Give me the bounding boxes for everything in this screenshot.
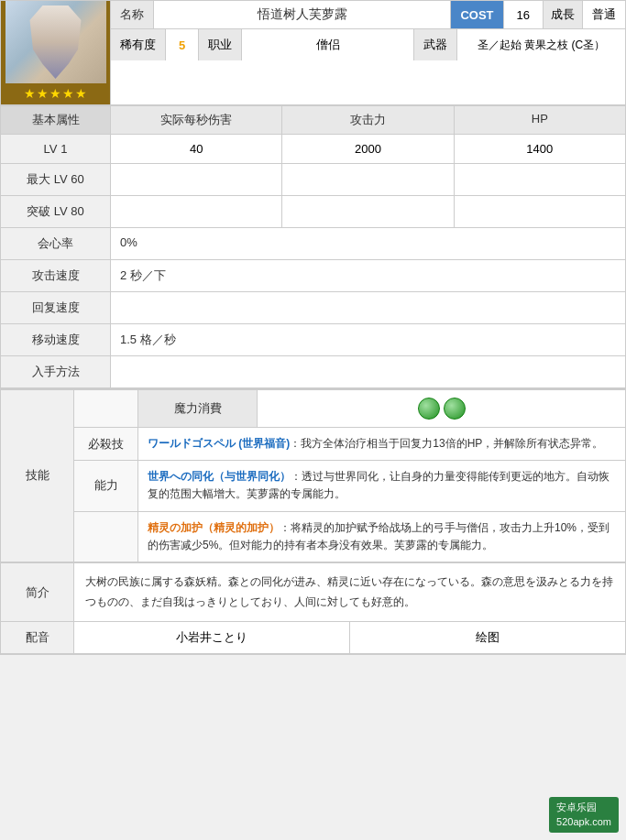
atk-speed-label: 攻击速度 — [1, 260, 111, 291]
skills-section-label: 技能 — [1, 390, 74, 562]
ability-2-name: 精灵の加护（精灵的加护） — [148, 521, 280, 534]
intro-content: 大树の民族に属する森妖精。森との同化が进み、精灵に近い存在になっている。森の意思… — [74, 563, 625, 621]
break-lv-hp — [455, 196, 625, 227]
header-top-row: 名称 悟道树人芙萝露 COST 16 成長 普通 — [111, 1, 625, 29]
crit-row: 会心率 0% — [1, 228, 625, 260]
ability-row-2: 精灵の加护（精灵的加护）：将精灵的加护赋予给战场上的弓手与僧侣，攻击力上升10%… — [74, 512, 625, 562]
skills-inner: 魔力消費 必殺技 ワールドゴスペル (世界福音)：我方全体治疗相当于回复力13倍… — [74, 390, 625, 562]
stats-col-0-header: 基本属性 — [1, 106, 111, 134]
lv1-label: LV 1 — [1, 135, 111, 163]
orb-2 — [444, 398, 466, 420]
ability-label-1: 能力 — [74, 461, 138, 510]
break-lv-atk — [282, 196, 454, 227]
skills-section: 技能 魔力消費 必殺技 ワールドゴスペル (世界福音)：我方全体治疗相当于回复力… — [1, 388, 625, 562]
rec-speed-value — [111, 292, 625, 323]
stats-row-max: 最大 LV 60 — [1, 164, 625, 196]
lv1-atk: 2000 — [282, 135, 454, 163]
atk-speed-value: 2 秒／下 — [111, 260, 625, 291]
ability-content-2: 精灵の加护（精灵的加护）：将精灵的加护赋予给战场上的弓手与僧侣，攻击力上升10%… — [138, 512, 625, 562]
intro-row: 简介 大树の民族に属する森妖精。森との同化が进み、精灵に近い存在になっている。森… — [1, 562, 625, 622]
stats-section: 基本属性 实际每秒伤害 攻击力 HP LV 1 40 2000 1400 最大 … — [1, 105, 625, 228]
orb-1 — [418, 398, 440, 420]
rec-speed-label: 回复速度 — [1, 292, 111, 323]
header-row: ★ ★ ★ ★ ★ 名称 悟道树人芙萝露 COST 16 成長 普通 稀有度 5 — [1, 1, 625, 105]
hissatsu-label: 必殺技 — [74, 428, 138, 460]
stats-row-break: 突破 LV 80 — [1, 196, 625, 228]
hissatsu-desc: ：我方全体治疗相当于回复力13倍的HP，并解除所有状态异常。 — [290, 437, 603, 450]
atk-speed-row: 攻击速度 2 秒／下 — [1, 260, 625, 292]
obtain-label: 入手方法 — [1, 356, 111, 387]
mov-speed-label: 移动速度 — [1, 324, 111, 355]
rarity-value: 5 — [166, 29, 199, 60]
voice-row: 配音 小岩井ことり 绘图 — [1, 622, 625, 654]
cost-label: COST — [451, 1, 503, 28]
ability-label-2 — [74, 512, 138, 562]
weapon-label: 武器 — [414, 29, 457, 60]
max-lv-hp — [455, 164, 625, 195]
star-3: ★ — [49, 86, 61, 101]
mov-speed-value: 1.5 格／秒 — [111, 324, 625, 355]
stats-row-lv1: LV 1 40 2000 1400 — [1, 135, 625, 164]
magic-label-indent — [74, 390, 138, 427]
lv1-dps: 40 — [111, 135, 282, 163]
lv1-hp: 1400 — [455, 135, 625, 163]
max-lv-dps — [111, 164, 282, 195]
magic-header-row: 魔力消費 — [74, 390, 625, 428]
job-value: 僧侣 — [242, 29, 414, 60]
break-lv-dps — [111, 196, 282, 227]
crit-label: 会心率 — [1, 228, 111, 259]
growth-value: 普通 — [583, 1, 625, 28]
ability-content-1: 世界への同化（与世界同化）：透过与世界同化，让自身的力量变得能传到更远的地方。自… — [138, 461, 625, 510]
name-label: 名称 — [111, 1, 154, 28]
magic-cost-value — [258, 390, 625, 427]
skills-outer-row: 技能 魔力消費 必殺技 ワールドゴスペル (世界福音)：我方全体治疗相当于回复力… — [1, 390, 625, 562]
weapon-value: 圣／起始 黄果之枝 (C圣） — [457, 29, 625, 60]
artist-label: 绘图 — [350, 622, 625, 653]
cost-value: 16 — [504, 1, 544, 28]
ability-1-name: 世界への同化（与世界同化） — [148, 470, 291, 483]
header-info: 名称 悟道树人芙萝露 COST 16 成長 普通 稀有度 5 职业 僧侣 武器 … — [111, 1, 625, 104]
growth-label: 成長 — [544, 1, 583, 28]
hissatsu-content: ワールドゴスペル (世界福音)：我方全体治疗相当于回复力13倍的HP，并解除所有… — [138, 428, 625, 460]
stats-col-2-header: 攻击力 — [282, 106, 454, 134]
obtain-row: 入手方法 — [1, 356, 625, 388]
voice-label: 配音 — [1, 622, 74, 653]
stats-col-3-header: HP — [455, 106, 625, 134]
hissatsu-name: ワールドゴスペル (世界福音) — [148, 437, 290, 450]
character-name: 悟道树人芙萝露 — [154, 1, 451, 28]
rec-speed-row: 回复速度 — [1, 292, 625, 324]
char-artwork — [5, 1, 106, 83]
job-label: 职业 — [199, 29, 242, 60]
ability-row-1: 能力 世界への同化（与世界同化）：透过与世界同化，让自身的力量变得能传到更远的地… — [74, 461, 625, 511]
main-container: ★ ★ ★ ★ ★ 名称 悟道树人芙萝露 COST 16 成長 普通 稀有度 5 — [0, 0, 626, 655]
hissatsu-label-row: 必殺技 ワールドゴスペル (世界福音)：我方全体治疗相当于回复力13倍的HP，并… — [74, 428, 625, 461]
char-image: ★ ★ ★ ★ ★ — [1, 1, 111, 104]
mov-speed-row: 移动速度 1.5 格／秒 — [1, 324, 625, 356]
rarity-label: 稀有度 — [111, 29, 166, 60]
stats-col-1-header: 实际每秒伤害 — [111, 106, 282, 134]
star-4: ★ — [62, 86, 74, 101]
star-row: ★ ★ ★ ★ ★ — [24, 86, 87, 101]
star-2: ★ — [37, 86, 49, 101]
star-1: ★ — [24, 86, 36, 101]
magic-cost-label: 魔力消費 — [138, 390, 258, 427]
break-lv-label: 突破 LV 80 — [1, 196, 111, 227]
header-bottom-row: 稀有度 5 职业 僧侣 武器 圣／起始 黄果之枝 (C圣） — [111, 29, 625, 60]
intro-label: 简介 — [1, 563, 74, 621]
obtain-value — [111, 356, 625, 387]
voice-actor: 小岩井ことり — [74, 622, 350, 653]
stats-header: 基本属性 实际每秒伤害 攻击力 HP — [1, 106, 625, 135]
crit-value: 0% — [111, 228, 625, 259]
max-lv-atk — [282, 164, 454, 195]
star-5: ★ — [75, 86, 87, 101]
max-lv-label: 最大 LV 60 — [1, 164, 111, 195]
